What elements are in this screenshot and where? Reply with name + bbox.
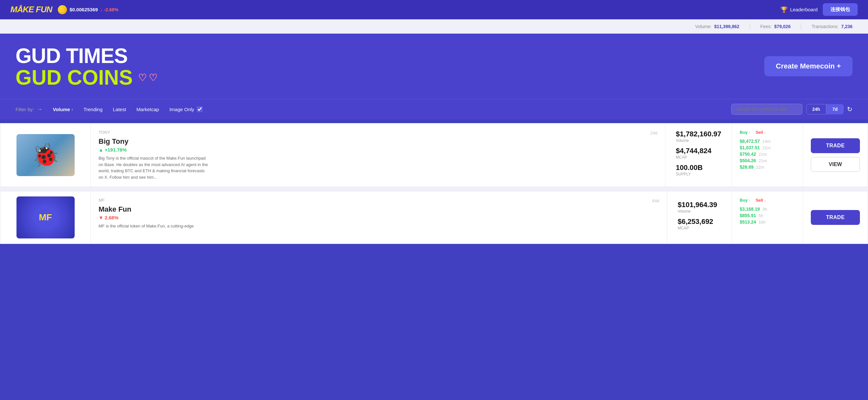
time-24h-button[interactable]: 24h bbox=[806, 104, 826, 114]
heart-icons: ♡ ♡ bbox=[138, 73, 157, 83]
buy-link-mf[interactable]: Buy ↑ bbox=[740, 198, 750, 203]
coin-image-tony: 🐞 bbox=[17, 134, 75, 176]
coin-name-mf: Make Fun bbox=[99, 205, 659, 214]
coin-trades-tony: Buy ↑ Sell ↓ $8,472.57 14m $1,037.51 21m… bbox=[732, 123, 803, 187]
coin-volume-value-tony: $1,782,160.97 bbox=[676, 130, 721, 138]
sell-link-mf[interactable]: Sell ↓ bbox=[755, 198, 766, 203]
coin-mcap-label-mf: MCAP bbox=[678, 226, 721, 230]
trade-time: 16h bbox=[759, 220, 766, 224]
tony-mascot: 🐞 bbox=[17, 134, 75, 176]
trade-amount: $750.42 bbox=[740, 152, 756, 157]
hero-title-bottom: GUD COINS ♡ ♡ bbox=[16, 67, 157, 89]
trade-time: 21m bbox=[759, 158, 767, 163]
trade-row: $504.26 21m bbox=[740, 158, 795, 163]
coin-change-tony: ▲ +191.78% bbox=[99, 147, 657, 153]
stats-bar: Volume: $11,399,862 Fees: $79,026 Transa… bbox=[0, 20, 868, 34]
trade-amount: $855.91 bbox=[740, 213, 756, 218]
trade-amount: $3,168.19 bbox=[740, 207, 760, 212]
buy-sell-header-tony: Buy ↑ Sell ↓ bbox=[740, 130, 795, 135]
trade-button-tony[interactable]: TRADE bbox=[811, 138, 860, 153]
trade-amount: $1,037.51 bbox=[740, 145, 760, 150]
hero-text: GUD TIMES GUD COINS ♡ ♡ bbox=[16, 45, 157, 89]
trade-time: 22m bbox=[756, 165, 764, 170]
coin-desc-tony: Big Tony is the official mascot of the M… bbox=[99, 155, 209, 180]
coin-card-mf: MF MF 64d Make Fun ▼ 2.68% MF is the off… bbox=[0, 191, 868, 244]
trade-row: $3,168.19 3h bbox=[740, 207, 795, 212]
trade-amount: $513.24 bbox=[740, 219, 756, 224]
hero-section: GUD TIMES GUD COINS ♡ ♡ Create Memecoin … bbox=[0, 34, 868, 99]
image-only-checkbox[interactable] bbox=[197, 106, 203, 112]
hero-title-top: GUD TIMES bbox=[16, 45, 157, 67]
coin-desc-mf: MF is the official token of Make.Fun, a … bbox=[99, 223, 209, 229]
filter-latest-button[interactable]: Latest bbox=[107, 105, 131, 114]
sell-arrow-down-icon: ↓ bbox=[764, 131, 766, 134]
filter-trending-button[interactable]: Trending bbox=[79, 105, 108, 114]
coin-age-mf: 64d bbox=[652, 198, 659, 203]
coin-image-mf: MF bbox=[17, 196, 75, 239]
header: MÅKE FUN 🟡 $0.00625369 ↓ -2.68% 🏆 Leader… bbox=[0, 0, 868, 20]
coin-actions-mf: TRADE bbox=[803, 191, 868, 244]
trade-time: 5h bbox=[759, 213, 763, 218]
coin-mcap-value-tony: $4,744,824 bbox=[676, 147, 721, 155]
trade-row: $8,472.57 14m bbox=[740, 139, 795, 144]
token-change: ↓ -2.68% bbox=[100, 7, 118, 12]
coin-stats-mf: $101,964.39 Volume $6,253,692 MCAP bbox=[667, 191, 732, 244]
trade-row: $750.42 21m bbox=[740, 152, 795, 157]
time-7d-button[interactable]: 7d bbox=[826, 104, 844, 114]
fees-stat: Fees: $79,026 bbox=[761, 24, 791, 29]
sell-link-tony[interactable]: Sell ↓ bbox=[755, 130, 766, 135]
buy-arrow-up-icon: ↑ bbox=[749, 131, 750, 134]
coin-supply-value-tony: 100.00B bbox=[676, 163, 721, 172]
buy-sell-header-mf: Buy ↑ Sell ↓ bbox=[740, 198, 795, 203]
buy-arrow-up-icon: ↑ bbox=[749, 199, 750, 202]
filter-bar: Filter by: → Volume ↓ Trending Latest Ma… bbox=[0, 99, 868, 119]
coin-info-tony: TONY 24d Big Tony ▲ +191.78% Big Tony is… bbox=[91, 123, 665, 187]
token-icon: 🟡 bbox=[58, 5, 67, 14]
trade-row: $1,037.51 21m bbox=[740, 145, 795, 150]
coin-trades-mf: Buy ↑ Sell ↓ $3,168.19 3h $855.91 5h $51… bbox=[732, 191, 803, 244]
trade-row: $28.89 22m bbox=[740, 164, 795, 170]
token-badge: 🟡 $0.00625369 ↓ -2.68% bbox=[58, 5, 118, 14]
logo: MÅKE FUN bbox=[10, 4, 52, 14]
create-memecoin-button[interactable]: Create Memecoin + bbox=[764, 56, 852, 76]
coin-image-section-mf: MF bbox=[0, 191, 91, 244]
view-button-tony[interactable]: VIEW bbox=[811, 157, 860, 172]
search-input[interactable] bbox=[731, 104, 802, 115]
trade-row: $513.24 16h bbox=[740, 219, 795, 224]
sell-arrow-down-icon: ↓ bbox=[764, 199, 766, 202]
content-area: 🐞 TONY 24d Big Tony ▲ +191.78% Big Tony … bbox=[0, 123, 868, 244]
filter-marketcap-button[interactable]: Marketcap bbox=[131, 105, 164, 114]
coin-volume-value-mf: $101,964.39 bbox=[678, 201, 721, 209]
token-price: $0.00625369 bbox=[69, 7, 98, 12]
refresh-icon: ↻ bbox=[847, 106, 852, 113]
filter-volume-button[interactable]: Volume ↓ bbox=[48, 105, 79, 114]
filter-by-label: Filter by: bbox=[16, 106, 34, 112]
volume-stat: Volume: $11,399,862 bbox=[695, 24, 739, 29]
trade-time: 21m bbox=[762, 145, 770, 150]
trade-time: 14m bbox=[762, 139, 770, 144]
sort-down-icon: ↓ bbox=[71, 107, 73, 112]
refresh-button[interactable]: ↻ bbox=[847, 105, 852, 113]
coin-supply-label-tony: SUPPLY bbox=[676, 172, 721, 177]
coin-info-mf: MF 64d Make Fun ▼ 2.68% MF is the offici… bbox=[91, 191, 667, 244]
connect-wallet-button[interactable]: 连接钱包 bbox=[823, 3, 858, 16]
coin-volume-label-tony: Volume bbox=[676, 138, 721, 143]
buy-link-tony[interactable]: Buy ↑ bbox=[740, 130, 750, 135]
filter-arrow-icon: → bbox=[37, 106, 43, 113]
stat-divider bbox=[750, 23, 750, 30]
trade-row: $855.91 5h bbox=[740, 213, 795, 218]
mf-logo: MF bbox=[17, 196, 75, 239]
trade-button-mf[interactable]: TRADE bbox=[811, 210, 860, 225]
coin-mcap-value-mf: $6,253,692 bbox=[678, 217, 721, 226]
coin-ticker-tony: TONY bbox=[99, 130, 110, 135]
image-only-filter: Image Only bbox=[169, 106, 203, 112]
trade-amount: $504.26 bbox=[740, 158, 756, 163]
coin-name-tony: Big Tony bbox=[99, 137, 657, 146]
heart-icon-2: ♡ bbox=[149, 73, 157, 83]
leaderboard-button[interactable]: 🏆 Leaderboard bbox=[780, 6, 817, 13]
transactions-stat: Transactions: 7,236 bbox=[811, 24, 852, 29]
trade-time: 3h bbox=[762, 207, 767, 212]
coin-ticker-mf: MF bbox=[99, 198, 105, 203]
trade-amount: $8,472.57 bbox=[740, 139, 760, 144]
heart-icon-1: ♡ bbox=[138, 73, 147, 83]
